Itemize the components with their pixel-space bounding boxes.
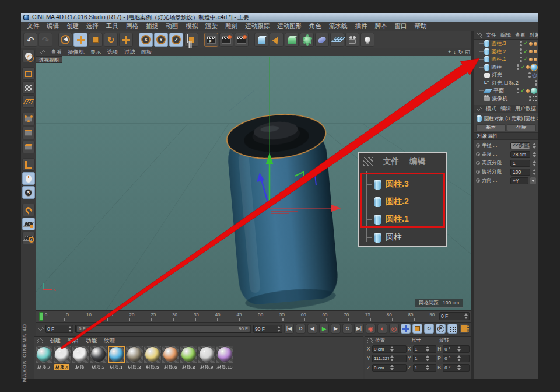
menu-animate[interactable]: 动画	[166, 22, 178, 30]
panel-handle-icon[interactable]	[368, 338, 373, 343]
menu-motion-tracker[interactable]: 运动跟踪	[245, 22, 270, 30]
start-frame-spinner[interactable]: 0 F	[46, 325, 74, 333]
keyframe-circle-icon[interactable]	[476, 170, 480, 174]
current-frame-spinner[interactable]: 0 F	[439, 312, 470, 320]
menu-help[interactable]: 帮助	[415, 22, 427, 30]
snap-button[interactable]: S	[22, 186, 35, 199]
undo-button[interactable]: ↶	[23, 33, 37, 47]
object-properties-section[interactable]: 对象属性	[474, 132, 538, 140]
zoom-view-icon[interactable]: ↓	[453, 50, 456, 55]
rotation-p-input[interactable]: 0 °	[443, 355, 470, 362]
end-frame-spinner[interactable]: 90 F	[253, 325, 282, 333]
object-name[interactable]: 圆柱.2	[491, 48, 520, 55]
add-primitive-button[interactable]	[254, 33, 268, 47]
vp-menu-options[interactable]: 选项	[107, 48, 118, 56]
mat-menu-function[interactable]: 功能	[86, 337, 97, 345]
loop-forward-button[interactable]: ↻	[342, 324, 352, 334]
om-menu-file[interactable]: 文件	[486, 32, 496, 39]
menu-file[interactable]: 文件	[27, 22, 39, 30]
visibility-dots-icon[interactable]	[535, 80, 537, 86]
points-mode-button[interactable]	[22, 113, 35, 125]
record-pla-button[interactable]	[447, 324, 457, 334]
object-row-plane[interactable]: 平面 ✓	[474, 87, 538, 95]
material-tile[interactable]: 材质.6	[162, 346, 179, 370]
material-tile[interactable]: 材质	[71, 346, 89, 370]
am-menu-mode[interactable]: 模式	[486, 105, 496, 113]
tab-basic[interactable]: 基本	[476, 124, 506, 131]
tab-coordinates[interactable]: 坐标	[507, 124, 537, 131]
object-row-cylinder1[interactable]: 圆柱.1 ✓	[474, 55, 538, 64]
viewport-solo-button[interactable]	[22, 172, 35, 185]
position-z-input[interactable]: 0 cm	[372, 364, 407, 372]
rotation-b-input[interactable]: 0 °	[443, 364, 470, 372]
stepper-icon[interactable]	[532, 152, 536, 158]
phong-tag-icon[interactable]	[526, 65, 530, 69]
object-name[interactable]: 圆柱	[491, 64, 517, 71]
visibility-dots-icon[interactable]	[528, 72, 531, 78]
menu-plugins[interactable]: 插件	[355, 22, 368, 30]
keyframe-circle-icon[interactable]	[476, 144, 480, 148]
add-floor-button[interactable]	[330, 33, 344, 47]
object-row-cylinder3[interactable]: 圆柱.3 ✓	[474, 40, 538, 48]
record-parameter-button[interactable]: P	[436, 324, 446, 334]
add-deformer-button[interactable]	[300, 33, 314, 47]
phong-tag-icon[interactable]	[529, 58, 533, 61]
rotate-tool-button[interactable]: ↻	[104, 33, 118, 47]
scale-tool-button[interactable]	[89, 33, 103, 47]
size-z-input[interactable]: 1	[413, 364, 436, 372]
menu-pipeline[interactable]: 流水线	[329, 22, 348, 30]
next-frame-button[interactable]: ▶	[331, 324, 341, 334]
workplane-mode-button[interactable]	[22, 95, 35, 108]
size-y-input[interactable]: 1	[413, 355, 436, 362]
last-tool-button[interactable]	[119, 33, 133, 47]
object-name[interactable]: 圆柱.3	[491, 40, 520, 47]
phong-tag-icon[interactable]	[529, 42, 533, 46]
pan-view-icon[interactable]: +	[448, 50, 451, 55]
live-selection-button[interactable]	[58, 33, 72, 47]
phong-tag-icon[interactable]	[526, 89, 530, 93]
planar-workplane-button[interactable]	[22, 232, 35, 244]
phong-tag-icon[interactable]	[529, 50, 533, 53]
rotate-view-icon[interactable]: ↻	[459, 50, 463, 55]
object-name[interactable]: 圆柱.1	[491, 55, 520, 63]
keyframe-selection-button[interactable]: ◎	[389, 324, 399, 334]
height-input[interactable]: 78 cm	[510, 151, 530, 158]
object-row-cylinder[interactable]: 圆柱 ✓	[474, 64, 538, 72]
visibility-dots-icon[interactable]	[520, 57, 522, 62]
polygons-mode-button[interactable]	[22, 141, 35, 153]
visibility-dots-icon[interactable]	[517, 64, 519, 70]
object-row-light[interactable]: 灯光 ◎	[474, 71, 538, 79]
loop-back-button[interactable]: ↺	[296, 324, 306, 334]
previous-frame-button[interactable]: ◀	[307, 324, 317, 334]
vp-menu-display[interactable]: 显示	[90, 48, 102, 56]
visibility-dots-icon[interactable]	[520, 48, 522, 54]
enabled-check-icon[interactable]: ✓	[523, 49, 528, 54]
object-row-cylinder2[interactable]: 圆柱.2 ✓	[474, 48, 538, 56]
enabled-check-icon[interactable]: ✓	[523, 41, 528, 46]
material-tile[interactable]: 材质.7	[35, 346, 52, 370]
position-x-input[interactable]: 0 cm	[372, 345, 407, 353]
add-field-button[interactable]	[315, 33, 329, 47]
am-menu-edit[interactable]: 编辑	[501, 105, 511, 113]
object-name[interactable]: 平面	[494, 87, 517, 94]
vp-menu-view[interactable]: 查看	[51, 48, 62, 56]
tag-icon[interactable]	[534, 42, 537, 46]
menu-sculpt[interactable]: 雕刻	[225, 22, 237, 30]
menu-edit[interactable]: 编辑	[47, 22, 59, 30]
object-name[interactable]: 灯光.目标.2	[492, 79, 535, 87]
edges-mode-button[interactable]	[22, 127, 35, 139]
am-menu-userdata[interactable]: 用户数据	[515, 105, 536, 113]
stepper-icon[interactable]	[532, 143, 536, 149]
enabled-check-icon[interactable]: ✓	[523, 57, 528, 62]
vp-menu-camera[interactable]: 摄像机	[68, 48, 85, 56]
material-tag-icon[interactable]	[531, 88, 537, 94]
panel-handle-icon[interactable]	[477, 33, 482, 38]
menu-script[interactable]: 脚本	[375, 22, 387, 30]
material-tile[interactable]: 材质.2	[89, 346, 107, 370]
menu-snap[interactable]: 捕捉	[146, 22, 158, 30]
play-button[interactable]: ▶	[319, 324, 329, 334]
material-tile[interactable]: 材质.4	[53, 346, 71, 370]
render-settings-button[interactable]	[219, 33, 233, 47]
material-tile[interactable]: 材质.3	[125, 346, 143, 370]
vp-menu-panel[interactable]: 面板	[141, 48, 152, 56]
